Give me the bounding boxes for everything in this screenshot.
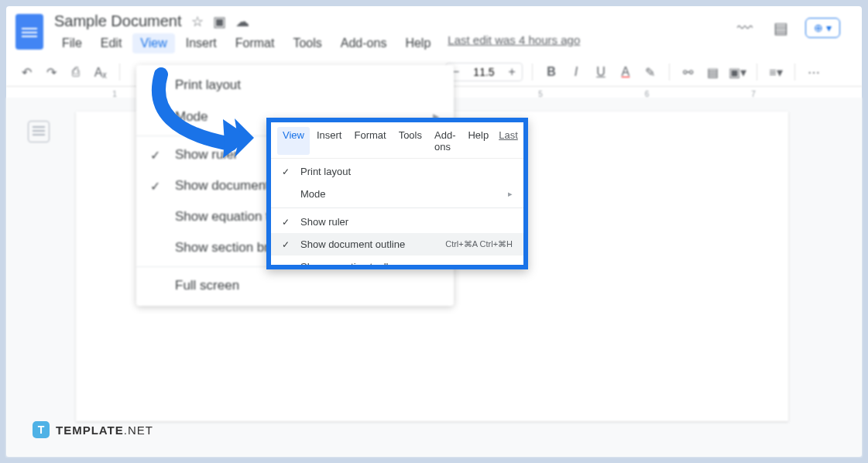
print-button[interactable]: ⎙ (67, 63, 85, 81)
cloud-status-icon[interactable]: ☁ (235, 13, 249, 30)
titlebar: Sample Document ☆ ▣ ☁ File Edit View Ins… (6, 6, 862, 53)
check-icon: ✓ (150, 179, 164, 194)
menubar: File Edit View Insert Format Tools Add-o… (54, 33, 723, 53)
submenu-arrow-icon: ▸ (508, 189, 513, 199)
zoom-show-ruler[interactable]: ✓ Show ruler (271, 211, 523, 233)
italic-button[interactable]: I (567, 63, 585, 81)
font-size-control[interactable]: − 11.5 + (445, 63, 523, 81)
star-icon[interactable]: ☆ (191, 13, 204, 30)
zoom-show-equation[interactable]: Show equation toolbar (271, 256, 523, 269)
check-icon: ✓ (282, 217, 293, 228)
zoom-last-edit[interactable]: Last (496, 127, 521, 155)
check-icon: ✓ (150, 148, 164, 163)
zoom-menu-insert[interactable]: Insert (311, 127, 348, 155)
zoom-menubar: View Insert Format Tools Add-ons Help La… (271, 122, 523, 159)
watermark-icon: T (33, 421, 50, 438)
highlight-button[interactable]: ✎ (641, 63, 660, 81)
zoom-menu-help[interactable]: Help (462, 127, 494, 155)
menu-help[interactable]: Help (397, 33, 438, 53)
zoom-print-layout[interactable]: ✓ Print layout (271, 160, 523, 183)
font-size-value[interactable]: 11.5 (465, 64, 502, 80)
menu-full-screen[interactable]: Full screen (136, 270, 454, 301)
zoom-show-outline[interactable]: ✓ Show document outline Ctrl+⌘A Ctrl+⌘H (271, 233, 523, 256)
menu-print-layout[interactable]: Print layout (136, 70, 454, 101)
align-button[interactable]: ≡▾ (767, 63, 785, 81)
menu-file[interactable]: File (54, 33, 90, 53)
bold-button[interactable]: B (542, 63, 561, 81)
zoom-menu-addons[interactable]: Add-ons (429, 127, 461, 155)
menu-edit[interactable]: Edit (93, 33, 130, 53)
menu-format[interactable]: Format (228, 33, 283, 53)
spellcheck-button[interactable]: Aᵪ (91, 63, 110, 81)
outline-toggle-icon[interactable] (28, 121, 50, 142)
zoom-mode[interactable]: Mode ▸ (271, 183, 523, 205)
underline-button[interactable]: U (592, 63, 610, 81)
document-title[interactable]: Sample Document (54, 12, 182, 30)
check-icon: ✓ (282, 166, 293, 177)
insert-image-button[interactable]: ▣▾ (729, 63, 747, 81)
undo-button[interactable]: ↶ (17, 63, 36, 81)
menu-insert[interactable]: Insert (178, 33, 225, 53)
last-edit-link[interactable]: Last edit was 4 hours ago (448, 33, 580, 53)
keyboard-shortcut: Ctrl+⌘A Ctrl+⌘H (445, 239, 513, 249)
zoom-menu-view[interactable]: View (277, 127, 310, 155)
insert-comment-button[interactable]: ▤ (704, 63, 722, 81)
font-size-increase[interactable]: + (503, 63, 522, 81)
insert-link-button[interactable]: ⚯ (679, 63, 698, 81)
activity-icon[interactable]: 〰 (734, 17, 756, 39)
zoom-menu-tools[interactable]: Tools (393, 127, 427, 155)
move-folder-icon[interactable]: ▣ (213, 13, 226, 30)
redo-button[interactable]: ↷ (42, 63, 60, 81)
more-button[interactable]: ⋯ (805, 63, 823, 81)
zoom-callout: View Insert Format Tools Add-ons Help La… (266, 118, 528, 269)
menu-tools[interactable]: Tools (285, 33, 329, 53)
zoom-menu-format[interactable]: Format (348, 127, 391, 155)
check-icon: ✓ (282, 239, 293, 250)
share-button[interactable]: ⊕ ▾ (805, 18, 840, 38)
text-color-button[interactable]: A (616, 63, 635, 81)
watermark: T TEMPLATE.NET (33, 421, 153, 438)
watermark-text: TEMPLATE.NET (56, 424, 153, 437)
docs-logo-icon[interactable] (15, 14, 43, 50)
menu-view[interactable]: View (132, 33, 174, 53)
menu-addons[interactable]: Add-ons (333, 33, 395, 53)
comments-icon[interactable]: ▤ (770, 17, 791, 39)
